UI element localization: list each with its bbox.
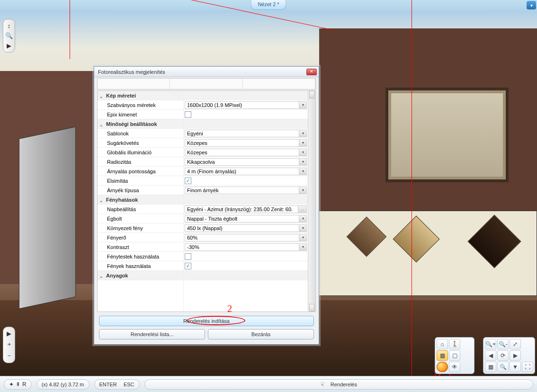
zoom-in-icon[interactable]: 🔍+ xyxy=(485,339,496,349)
main-menu-chevron[interactable] xyxy=(527,1,536,9)
status-coords: (x) 4.82 (y) 3.72 m xyxy=(36,379,90,390)
status-bar: ✦ ⇞ R (x) 4.82 (y) 3.72 m ENTER ESC ☟ Re… xyxy=(0,376,537,392)
label-antialias: Élsimítás xyxy=(98,176,183,186)
chevron-down-icon[interactable]: ▾ xyxy=(299,187,306,194)
dialog-toolstrip[interactable] xyxy=(97,78,316,89)
axis-icon: ⇞ xyxy=(16,381,20,388)
view-tab[interactable]: Nézet 2 * xyxy=(251,0,286,10)
combo-sun[interactable]: Egyéni - Azimut (Irányszög): 235.00 Zeni… xyxy=(185,205,307,213)
chevron-down-icon[interactable]: ▾ xyxy=(299,130,306,137)
label-shading-accuracy: Árnyalás pontossága xyxy=(98,167,183,176)
combo-shading-accuracy[interactable]: 4 m (Finom árnyalás)▾ xyxy=(185,168,307,175)
label-use-lights: Fények használata xyxy=(98,261,183,271)
scrollbar-vertical[interactable] xyxy=(308,91,315,312)
combo-sky[interactable]: Nappal - Tiszta égbolt▾ xyxy=(185,215,307,223)
view-mode-palette[interactable]: ⌂ 🚶 ▦ ▢ 👁 xyxy=(435,337,474,374)
label-sun: Napbeállítás xyxy=(98,205,183,214)
label-ambient: Környezeti fény xyxy=(98,223,183,233)
chevron-up-icon[interactable]: ⌃ xyxy=(99,122,103,126)
combo-templates[interactable]: Egyéni▾ xyxy=(185,130,307,137)
arrow-left-icon[interactable]: ◀ xyxy=(485,350,496,361)
ruler-icon: R xyxy=(22,381,27,388)
perspective-icon[interactable]: ⌂ xyxy=(437,339,448,349)
grid-icon[interactable]: ▦ xyxy=(485,362,496,372)
section-light[interactable]: Fényhatások xyxy=(106,197,138,203)
render-settings-dialog: Fotorealisztikus megjelenítés ✕ ⌃Kép mér… xyxy=(94,66,319,345)
play-icon[interactable]: ▶ xyxy=(7,330,11,337)
close-button[interactable]: Bezárás xyxy=(208,329,314,339)
minus-icon[interactable]: － xyxy=(6,351,12,360)
combo-intensity[interactable]: 60%▾ xyxy=(185,234,307,241)
label-standard-sizes: Szabványos méretek xyxy=(98,100,183,110)
zoom-extents-icon[interactable]: ⤢ xyxy=(510,339,521,349)
checkbox-use-fixtures[interactable] xyxy=(185,253,191,260)
combo-shadow-type[interactable]: Finom árnyék▾ xyxy=(185,187,307,194)
left-nav-toolbar[interactable]: ↕ 🔍 ▶ xyxy=(3,19,15,53)
combo-radiosity[interactable]: Kikapcsolva▾ xyxy=(185,158,307,166)
chevron-down-icon[interactable]: ▾ xyxy=(299,149,306,156)
status-esc[interactable]: ESC xyxy=(124,382,134,387)
label-radiosity: Radiozitás xyxy=(98,157,183,167)
checkbox-epix[interactable] xyxy=(185,111,191,118)
chevron-down-icon[interactable]: ▾ xyxy=(299,215,306,222)
dialog-titlebar[interactable]: Fotorealisztikus megjelenítés ✕ xyxy=(94,67,319,77)
chevron-up-icon[interactable]: ⌃ xyxy=(99,198,103,202)
annotation-2-ellipse xyxy=(187,316,245,325)
section-image-size[interactable]: Kép méretei xyxy=(106,93,136,98)
label-sky: Égbolt xyxy=(98,214,183,223)
more-icon[interactable]: … xyxy=(298,206,306,213)
render-list-button[interactable]: Renderelési lista... xyxy=(99,329,205,339)
zoom-out-icon[interactable]: 🔍- xyxy=(497,339,509,349)
status-enter-esc[interactable]: ENTER ESC xyxy=(94,379,140,390)
dialog-title: Fotorealisztikus megjelenítés xyxy=(98,69,165,75)
navigation-palette[interactable]: 🔍+ 🔍- ⤢ ◀ ⟳ ▶ ▦ 🔍 ▼ ⛶ xyxy=(483,337,535,374)
settings-grid: ⌃Kép méretei Szabványos méretek Epix kim… xyxy=(97,90,316,312)
close-icon[interactable]: ✕ xyxy=(306,69,317,75)
section-quality[interactable]: Minőségi beállítások xyxy=(106,121,157,127)
arrow-right-icon[interactable]: ▶ xyxy=(510,350,521,361)
chevron-down-icon[interactable]: ▾ xyxy=(299,159,306,165)
tv xyxy=(19,126,76,309)
guide-line-vertical xyxy=(412,0,412,376)
combo-gi[interactable]: Közepes▾ xyxy=(185,149,307,156)
chevron-down-icon[interactable]: ▾ xyxy=(299,244,306,250)
status-axes[interactable]: ✦ ⇞ R xyxy=(4,379,32,390)
left-zoom-toolbar[interactable]: ▶ ＋ － xyxy=(3,327,15,363)
label-intensity: Fényerő xyxy=(98,233,183,242)
section-materials[interactable]: Anyagok xyxy=(106,273,128,278)
cube-wire-icon[interactable]: ▢ xyxy=(449,350,460,361)
fullscreen-icon[interactable]: ⛶ xyxy=(522,362,533,372)
label-contrast: Kontraszt xyxy=(98,242,183,252)
zoom-icon[interactable]: 🔍 xyxy=(5,32,13,39)
chevron-down-icon[interactable]: ▾ xyxy=(299,225,306,232)
checkbox-use-lights[interactable]: ✓ xyxy=(185,263,191,269)
combo-ambient[interactable]: 450 lx (Nappal)▾ xyxy=(185,224,307,232)
chevron-down-icon[interactable]: ▾ xyxy=(299,234,306,241)
checkbox-antialias[interactable]: ✓ xyxy=(185,178,191,184)
zoom-window-icon[interactable]: 🔍 xyxy=(497,362,509,372)
walk-icon[interactable]: 🚶 xyxy=(449,339,460,349)
combo-contrast[interactable]: -30%▾ xyxy=(185,243,307,251)
status-action: ☟ Renderelés xyxy=(144,379,533,390)
combo-standard-sizes[interactable]: 1600x1200 (1.9 MPixel)▾ xyxy=(185,101,307,109)
chevron-down-icon[interactable]: ▾ xyxy=(299,168,306,175)
arrow-down-icon[interactable]: ▼ xyxy=(510,362,521,372)
painting xyxy=(385,88,509,182)
label-gi: Globális illumináció xyxy=(98,148,183,157)
orbit-icon[interactable]: ⟳ xyxy=(497,350,509,361)
play-icon[interactable]: ▶ xyxy=(7,42,11,49)
annotation-2: 2 xyxy=(227,304,232,313)
plus-icon[interactable]: ＋ xyxy=(6,340,12,348)
combo-raytracing[interactable]: Közepes▾ xyxy=(185,139,307,147)
chevron-down-icon[interactable]: ▾ xyxy=(299,140,306,146)
cube-shaded-icon[interactable]: ▦ xyxy=(437,350,448,361)
chevron-up-icon[interactable]: ⌃ xyxy=(99,94,103,98)
eye-icon[interactable]: 👁 xyxy=(449,362,460,372)
status-enter[interactable]: ENTER xyxy=(99,382,117,387)
move-icon[interactable]: ↕ xyxy=(8,22,11,29)
render-sphere-icon[interactable] xyxy=(437,362,448,372)
chevron-up-icon[interactable]: ⌃ xyxy=(99,274,103,277)
compass-icon: ✦ xyxy=(9,381,14,388)
chevron-down-icon[interactable]: ▾ xyxy=(299,102,306,108)
label-templates: Sablonok xyxy=(98,129,183,138)
